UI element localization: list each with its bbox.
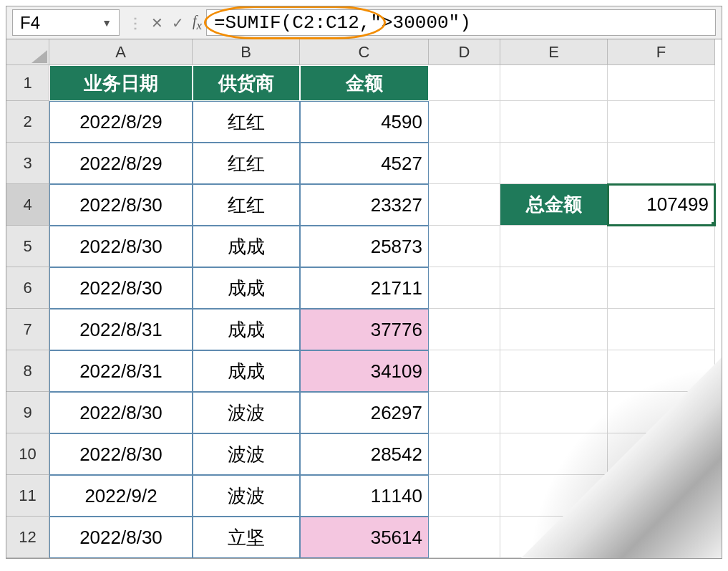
cell-F8[interactable] [608, 350, 715, 392]
cell-A7[interactable]: 2022/8/31 [49, 309, 193, 350]
cell-F7[interactable] [608, 309, 715, 350]
cell-A11[interactable]: 2022/9/2 [49, 475, 193, 517]
cell-F12[interactable] [608, 517, 715, 558]
cell-A3[interactable]: 2022/8/29 [49, 143, 193, 184]
cell-C8[interactable]: 34109 [300, 350, 429, 392]
cell-B9[interactable]: 波波 [193, 392, 300, 433]
cell-E8[interactable] [500, 350, 608, 392]
column-header-B[interactable]: B [193, 39, 300, 65]
cell-B11[interactable]: 波波 [193, 475, 300, 517]
row-header-2[interactable]: 2 [6, 101, 49, 143]
cell-C9[interactable]: 26297 [300, 392, 429, 433]
cell-A4[interactable]: 2022/8/30 [49, 184, 193, 226]
cell-D6[interactable] [429, 267, 500, 309]
cell-F3[interactable] [608, 143, 715, 184]
cell-area[interactable]: 业务日期供货商金额2022/8/29红红45902022/8/29红红45272… [49, 65, 715, 558]
cell-C5[interactable]: 25873 [300, 226, 429, 267]
cell-C7[interactable]: 37776 [300, 309, 429, 350]
column-header-F[interactable]: F [608, 39, 715, 65]
cell-C11[interactable]: 11140 [300, 475, 429, 517]
cell-D3[interactable] [429, 143, 500, 184]
column-header-E[interactable]: E [500, 39, 608, 65]
cell-B6[interactable]: 成成 [193, 267, 300, 309]
cell-C4[interactable]: 23327 [300, 184, 429, 226]
cell-D10[interactable] [429, 433, 500, 475]
row-header-3[interactable]: 3 [6, 143, 49, 184]
summary-label-cell[interactable]: 总金额 [500, 184, 608, 226]
cell-D1[interactable] [429, 65, 500, 101]
cell-D7[interactable] [429, 309, 500, 350]
cell-D9[interactable] [429, 392, 500, 433]
cell-B10[interactable]: 波波 [193, 433, 300, 475]
cell-F5[interactable] [608, 226, 715, 267]
name-box[interactable]: F4 ▼ [12, 9, 120, 36]
cell-E6[interactable] [500, 267, 608, 309]
cell-B3[interactable]: 红红 [193, 143, 300, 184]
summary-value-cell[interactable]: 107499 [608, 184, 715, 226]
cell-D5[interactable] [429, 226, 500, 267]
cell-D2[interactable] [429, 101, 500, 143]
cell-E1[interactable] [500, 65, 608, 101]
cell-F10[interactable] [608, 433, 715, 475]
cell-A2[interactable]: 2022/8/29 [49, 101, 193, 143]
cell-E11[interactable] [500, 475, 608, 517]
cancel-icon[interactable]: ✕ [151, 14, 163, 32]
formula-input[interactable]: =SUMIF(C2:C12,">30000") [206, 9, 716, 36]
cell-E9[interactable] [500, 392, 608, 433]
row-header-12[interactable]: 12 [6, 517, 49, 558]
cell-B8[interactable]: 成成 [193, 350, 300, 392]
cell-B5[interactable]: 成成 [193, 226, 300, 267]
cell-A10[interactable]: 2022/8/30 [49, 433, 193, 475]
row-header-5[interactable]: 5 [6, 226, 49, 267]
fx-icon[interactable]: fx [193, 13, 202, 33]
row-header-7[interactable]: 7 [6, 309, 49, 350]
cell-C2[interactable]: 4590 [300, 101, 429, 143]
cell-B12[interactable]: 立坚 [193, 517, 300, 558]
cell-F2[interactable] [608, 101, 715, 143]
cell-E2[interactable] [500, 101, 608, 143]
cell-F9[interactable] [608, 392, 715, 433]
row-header-8[interactable]: 8 [6, 350, 49, 392]
column-header-C[interactable]: C [300, 39, 429, 65]
formula-text: =SUMIF(C2:C12,">30000") [214, 12, 471, 34]
cell-A8[interactable]: 2022/8/31 [49, 350, 193, 392]
chevron-down-icon[interactable]: ▼ [102, 17, 112, 29]
cell-B4[interactable]: 红红 [193, 184, 300, 226]
cell-D11[interactable] [429, 475, 500, 517]
header-cell-B[interactable]: 供货商 [193, 65, 300, 101]
row-header-6[interactable]: 6 [6, 267, 49, 309]
cell-F6[interactable] [608, 267, 715, 309]
cell-B2[interactable]: 红红 [193, 101, 300, 143]
cell-D4[interactable] [429, 184, 500, 226]
cell-A6[interactable]: 2022/8/30 [49, 267, 193, 309]
row-header-11[interactable]: 11 [6, 475, 49, 517]
select-all-corner[interactable] [6, 39, 49, 65]
cell-E3[interactable] [500, 143, 608, 184]
cell-A5[interactable]: 2022/8/30 [49, 226, 193, 267]
cell-E7[interactable] [500, 309, 608, 350]
cell-C3[interactable]: 4527 [300, 143, 429, 184]
column-header-A[interactable]: A [49, 39, 193, 65]
column-headers: ABCDEF [49, 39, 715, 65]
accept-icon[interactable]: ✓ [172, 14, 184, 32]
cell-B7[interactable]: 成成 [193, 309, 300, 350]
cell-A9[interactable]: 2022/8/30 [49, 392, 193, 433]
cell-C6[interactable]: 21711 [300, 267, 429, 309]
column-header-D[interactable]: D [429, 39, 500, 65]
cell-E10[interactable] [500, 433, 608, 475]
row-header-9[interactable]: 9 [6, 392, 49, 433]
cell-D12[interactable] [429, 517, 500, 558]
cell-C12[interactable]: 35614 [300, 517, 429, 558]
header-cell-A[interactable]: 业务日期 [49, 65, 193, 101]
row-header-4[interactable]: 4 [6, 184, 49, 226]
cell-D8[interactable] [429, 350, 500, 392]
cell-F1[interactable] [608, 65, 715, 101]
cell-A12[interactable]: 2022/8/30 [49, 517, 193, 558]
row-header-10[interactable]: 10 [6, 433, 49, 475]
cell-F11[interactable] [608, 475, 715, 517]
cell-E12[interactable] [500, 517, 608, 558]
row-header-1[interactable]: 1 [6, 65, 49, 101]
cell-C10[interactable]: 28542 [300, 433, 429, 475]
header-cell-C[interactable]: 金额 [300, 65, 429, 101]
cell-E5[interactable] [500, 226, 608, 267]
